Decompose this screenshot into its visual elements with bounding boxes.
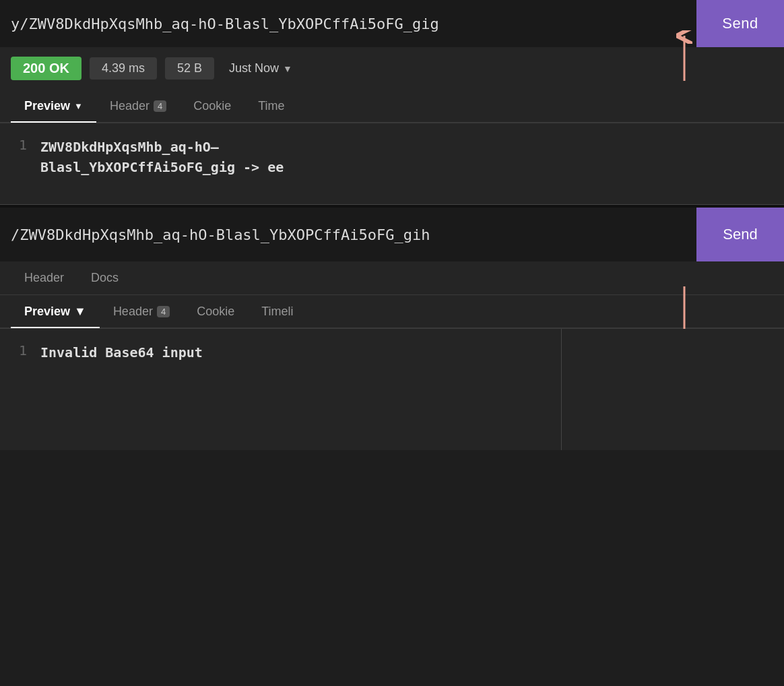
second-code-line-1: 1 Invalid Base64 input xyxy=(11,342,773,363)
second-tab-preview-label: Preview xyxy=(24,305,70,319)
main-wrapper: Send 200 OK 4.39 ms 52 B Just Now ▼ Prev… xyxy=(0,0,784,686)
second-tab-cookie-label: Cookie xyxy=(197,305,234,319)
tab-preview-label: Preview xyxy=(24,99,70,113)
second-tab-header[interactable]: Header xyxy=(11,263,77,293)
second-tab-cookie[interactable]: Cookie xyxy=(183,297,248,327)
top-code-line-1: 1 ZWV8DkdHpXqsMhb_aq-hO–Blasl_YbXOPCffAi… xyxy=(11,137,773,177)
top-url-input[interactable] xyxy=(0,0,696,47)
second-header-tabs: Header Docs xyxy=(0,261,784,295)
second-tab-docs[interactable]: Docs xyxy=(77,263,132,293)
tab-cookie[interactable]: Cookie xyxy=(180,91,244,121)
second-line-number-1: 1 xyxy=(11,342,27,358)
second-send-button[interactable]: Send xyxy=(696,208,784,261)
top-line-number-1: 1 xyxy=(11,137,27,153)
top-response-body: 1 ZWV8DkdHpXqsMhb_aq-hO–Blasl_YbXOPCffAi… xyxy=(0,123,784,204)
status-row: 200 OK 4.39 ms 52 B Just Now ▼ xyxy=(0,47,784,90)
tab-header-label: Header xyxy=(110,99,150,113)
top-panel: Send 200 OK 4.39 ms 52 B Just Now ▼ Prev… xyxy=(0,0,784,205)
tab-time-label: Time xyxy=(258,99,284,113)
tab-preview[interactable]: Preview ▼ xyxy=(11,91,96,123)
vertical-divider xyxy=(561,329,562,450)
timestamp-label: Just Now xyxy=(229,61,279,75)
second-tab-preview[interactable]: Preview ▼ xyxy=(11,297,100,328)
top-tabs-row: Preview ▼ Header 4 Cookie Time xyxy=(0,90,784,123)
tab-header[interactable]: Header 4 xyxy=(96,91,180,121)
timestamp-dropdown[interactable]: Just Now ▼ xyxy=(222,57,299,80)
status-badge: 200 OK xyxy=(11,57,81,80)
preview-chevron-icon: ▼ xyxy=(74,101,83,111)
second-preview-chevron-icon: ▼ xyxy=(74,305,86,319)
top-send-button[interactable]: Send xyxy=(696,0,784,47)
top-line-content-1: ZWV8DkdHpXqsMhb_aq-hO–Blasl_YbXOPCffAi5o… xyxy=(40,137,284,177)
second-tab-timeline-label: Timeli xyxy=(261,305,293,319)
second-tab-header-resp[interactable]: Header 4 xyxy=(100,297,183,327)
tab-cookie-label: Cookie xyxy=(193,99,231,113)
size-badge: 52 B xyxy=(165,57,214,80)
second-panel: Send Header Docs Preview ▼ Header 4 Cook… xyxy=(0,208,784,450)
second-tab-timeline[interactable]: Timeli xyxy=(248,297,306,327)
top-url-bar-row: Send xyxy=(0,0,784,47)
second-url-input[interactable] xyxy=(0,208,696,261)
second-tab-header-resp-label: Header xyxy=(113,305,153,319)
second-response-tabs: Preview ▼ Header 4 Cookie Timeli xyxy=(0,295,784,329)
second-header-badge: 4 xyxy=(157,306,170,317)
timestamp-chevron-icon: ▼ xyxy=(283,63,292,74)
second-response-body: 1 Invalid Base64 input xyxy=(0,329,784,450)
second-panel-content: 1 Invalid Base64 input xyxy=(0,329,784,450)
second-url-bar-row: Send xyxy=(0,208,784,261)
header-badge: 4 xyxy=(154,100,166,112)
duration-badge: 4.39 ms xyxy=(90,57,157,80)
second-line-content-1: Invalid Base64 input xyxy=(40,342,203,363)
tab-time[interactable]: Time xyxy=(244,91,298,121)
